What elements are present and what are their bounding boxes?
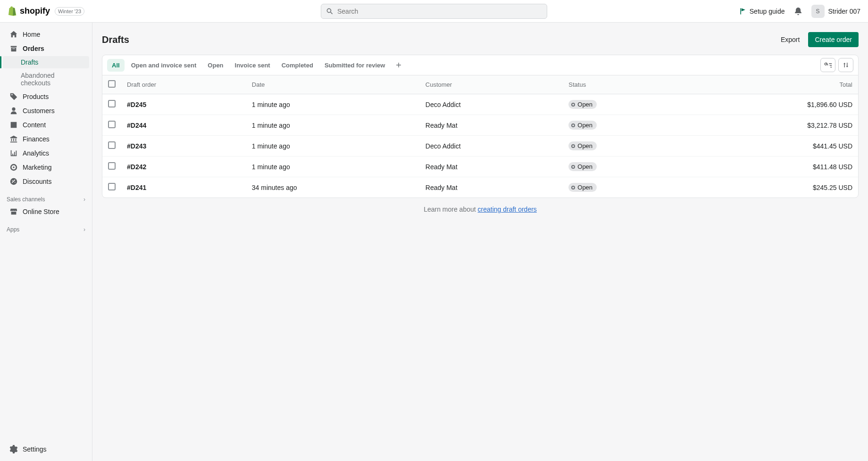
tab-completed[interactable]: Completed — [277, 59, 318, 72]
col-date: Date — [246, 75, 420, 94]
draft-total: $441.45 USD — [684, 136, 858, 156]
draft-date: 1 minute ago — [246, 115, 420, 136]
col-total: Total — [684, 75, 858, 94]
col-draft-order: Draft order — [121, 75, 246, 94]
sidebar-item-label: Discounts — [23, 178, 51, 185]
table-row[interactable]: #D243 1 minute ago Deco Addict Open $441… — [102, 136, 858, 156]
create-order-button[interactable]: Create order — [808, 32, 859, 47]
section-label: Sales channels — [7, 196, 45, 203]
tab-open[interactable]: Open — [203, 59, 228, 72]
select-all-checkbox[interactable] — [108, 80, 116, 88]
tab-submitted[interactable]: Submitted for review — [320, 59, 390, 72]
logo[interactable]: shopify Winter '23 — [8, 6, 84, 16]
status-badge: Open — [568, 121, 597, 130]
sidebar-item-label: Drafts — [21, 58, 38, 66]
draft-id: #D243 — [127, 142, 146, 150]
table-row[interactable]: #D241 34 minutes ago Ready Mat Open $245… — [102, 177, 858, 198]
sidebar-item-label: Products — [23, 93, 49, 100]
status-dot-icon — [571, 165, 575, 169]
draft-date: 1 minute ago — [246, 94, 420, 115]
tab-all[interactable]: All — [107, 59, 125, 72]
export-button[interactable]: Export — [779, 33, 801, 46]
sidebar-item-abandoned[interactable]: Abandoned checkouts — [3, 69, 89, 89]
sidebar-item-discounts[interactable]: Discounts — [3, 175, 89, 188]
sidebar-item-label: Orders — [23, 45, 44, 52]
add-view-button[interactable] — [392, 60, 406, 70]
status-dot-icon — [571, 123, 575, 127]
analytics-icon — [9, 149, 18, 157]
tab-open-invoice-sent[interactable]: Open and invoice sent — [126, 59, 201, 72]
edition-badge: Winter '23 — [55, 7, 84, 16]
draft-id: #D244 — [127, 122, 146, 129]
sidebar-item-finances[interactable]: Finances — [3, 132, 89, 146]
search-box[interactable] — [321, 4, 547, 19]
status-dot-icon — [571, 186, 575, 189]
search-icon — [326, 8, 334, 15]
sidebar-item-products[interactable]: Products — [3, 90, 89, 103]
col-status: Status — [563, 75, 684, 94]
status-badge: Open — [568, 162, 597, 171]
learn-link[interactable]: creating draft orders — [478, 206, 537, 213]
sidebar: Home Orders Drafts Abandoned checkouts P… — [0, 23, 92, 461]
sort-button[interactable] — [838, 58, 853, 72]
topbar-right: Setup guide S Strider 007 — [739, 5, 860, 18]
person-icon — [9, 107, 18, 115]
draft-customer: Deco Addict — [420, 94, 563, 115]
table-row[interactable]: #D242 1 minute ago Ready Mat Open $411.4… — [102, 156, 858, 177]
home-icon — [9, 30, 18, 39]
table-row[interactable]: #D244 1 minute ago Ready Mat Open $3,212… — [102, 115, 858, 136]
draft-total: $1,896.60 USD — [684, 94, 858, 115]
status-dot-icon — [571, 144, 575, 148]
row-checkbox[interactable] — [108, 162, 116, 170]
bell-icon[interactable] — [793, 7, 803, 16]
draft-total: $411.48 USD — [684, 156, 858, 177]
draft-total: $245.25 USD — [684, 177, 858, 198]
tab-invoice-sent[interactable]: Invoice sent — [230, 59, 275, 72]
draft-customer: Deco Addict — [420, 136, 563, 156]
sidebar-item-home[interactable]: Home — [3, 28, 89, 41]
search-filter-icon — [824, 62, 832, 68]
search-input[interactable] — [337, 8, 542, 15]
sidebar-item-analytics[interactable]: Analytics — [3, 147, 89, 160]
sidebar-item-customers[interactable]: Customers — [3, 104, 89, 117]
plus-icon — [395, 62, 402, 68]
sidebar-item-online-store[interactable]: Online Store — [3, 205, 89, 218]
user-menu[interactable]: S Strider 007 — [811, 5, 860, 18]
page-actions: Export Create order — [779, 32, 859, 47]
sidebar-item-label: Settings — [23, 445, 47, 453]
row-checkbox[interactable] — [108, 100, 116, 107]
row-checkbox[interactable] — [108, 121, 116, 128]
sidebar-item-label: Abandoned checkouts — [21, 72, 83, 87]
sidebar-item-drafts[interactable]: Drafts — [3, 56, 89, 68]
sidebar-item-orders[interactable]: Orders — [3, 42, 89, 55]
flag-icon — [739, 8, 747, 15]
sidebar-item-label: Marketing — [23, 164, 51, 171]
draft-id: #D241 — [127, 184, 146, 191]
draft-customer: Ready Mat — [420, 115, 563, 136]
sidebar-item-label: Online Store — [23, 208, 59, 215]
search-filter-button[interactable] — [820, 58, 835, 72]
sidebar-item-label: Customers — [23, 107, 55, 115]
sidebar-section-channels[interactable]: Sales channels › — [0, 192, 92, 205]
avatar: S — [811, 5, 825, 18]
table-row[interactable]: #D245 1 minute ago Deco Addict Open $1,8… — [102, 94, 858, 115]
setup-guide-link[interactable]: Setup guide — [739, 8, 785, 15]
image-icon — [9, 121, 18, 129]
draft-id: #D245 — [127, 101, 146, 108]
sidebar-item-settings[interactable]: Settings — [3, 443, 89, 456]
setup-guide-label: Setup guide — [750, 8, 785, 15]
draft-total: $3,212.78 USD — [684, 115, 858, 136]
row-checkbox[interactable] — [108, 183, 116, 190]
shopify-bag-icon — [8, 6, 17, 16]
chevron-right-icon: › — [83, 226, 85, 233]
tag-icon — [9, 92, 18, 101]
drafts-card: All Open and invoice sent Open Invoice s… — [102, 55, 859, 198]
col-customer: Customer — [420, 75, 563, 94]
sidebar-section-apps[interactable]: Apps › — [0, 222, 92, 235]
sidebar-item-content[interactable]: Content — [3, 118, 89, 132]
store-icon — [9, 207, 18, 216]
sort-icon — [843, 62, 849, 68]
row-checkbox[interactable] — [108, 141, 116, 149]
sidebar-item-marketing[interactable]: Marketing — [3, 161, 89, 174]
topbar: shopify Winter '23 Setup guide S Strider… — [0, 0, 868, 23]
